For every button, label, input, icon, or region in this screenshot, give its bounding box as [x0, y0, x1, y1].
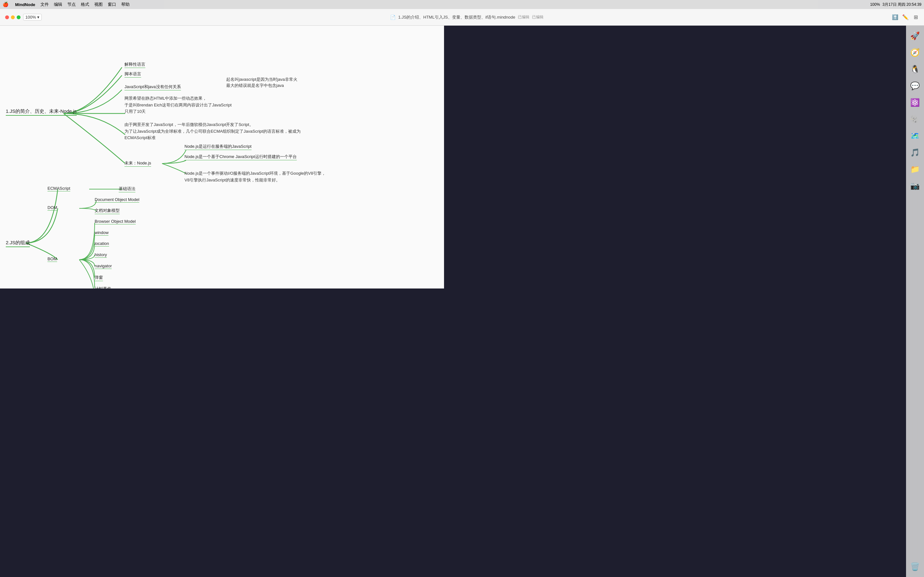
node-ecma: 由于网景开发了JavaScript，一年后微软模仿JavaScript开发了Sc… [124, 115, 300, 141]
maximize-button[interactable] [17, 15, 21, 19]
node-nodejs[interactable]: 未来：Node.js [124, 160, 151, 167]
note-js-java: 起名叫javascript是因为当时java非常火 最大的错误就是名字中包含ja… [226, 70, 297, 89]
root-node-2[interactable]: 2.JS的组成 [6, 240, 30, 247]
node-location[interactable]: location [95, 241, 109, 247]
node-dom-cn[interactable]: 文档对象模型 [95, 208, 120, 214]
menu-node[interactable]: 节点 [67, 2, 76, 7]
filename: 1.JS的介绍、HTML引入JS、变量、数据类型、if语句.mindnode [398, 15, 462, 20]
menu-window[interactable]: 窗口 [108, 2, 116, 7]
menu-help[interactable]: 帮助 [121, 2, 129, 7]
zoom-control[interactable]: 100% ▾ [23, 14, 42, 21]
traffic-lights: 100% ▾ [5, 14, 42, 21]
node-window[interactable]: window [95, 230, 108, 235]
node-jiaobenyuyan[interactable]: 脚本语言 [124, 71, 141, 77]
node-nodejs-2[interactable]: Node.js是一个基于Chrome JavaScript运行时搭建的一个平台 [184, 154, 297, 160]
node-popup[interactable]: 弹窗 [95, 275, 103, 281]
menubar: 🍎 MindNode 文件 编辑 节点 格式 视图 窗口 帮助 100% 3月1… [0, 0, 462, 9]
node-bom-full[interactable]: Browser Object Model [95, 219, 136, 224]
node-jichu-yufa[interactable]: 基础语法 [119, 186, 136, 192]
node-nodejs-3: Node.js是一个事件驱动I/O服务端的JavaScript环境，基于Goog… [184, 163, 326, 183]
node-netscape: 网景希望在静态HTML中添加一些动态效果， 于是叫Brendan Eich这哥们… [124, 89, 232, 115]
node-navigator[interactable]: navigator [95, 263, 111, 269]
close-button[interactable] [5, 15, 9, 19]
titlebar: 100% ▾ 📄 1.JS的介绍、HTML引入JS、变量、数据类型、if语句.m… [0, 9, 462, 26]
apple-menu[interactable]: 🍎 [3, 2, 9, 7]
node-dom[interactable]: DOM [47, 205, 57, 211]
zoom-chevron: ▾ [37, 15, 39, 19]
menu-edit[interactable]: 编辑 [54, 2, 62, 7]
node-ecmascript[interactable]: ECMAScript [47, 186, 70, 191]
menu-view[interactable]: 视图 [94, 2, 103, 7]
node-jieshu[interactable]: 解释性语言 [124, 61, 145, 68]
node-bom[interactable]: BOM [47, 256, 57, 262]
node-timer[interactable]: 计时事件 [95, 286, 111, 288]
menu-file[interactable]: 文件 [40, 2, 49, 7]
zoom-value: 100% [25, 15, 36, 19]
minimize-button[interactable] [11, 15, 15, 19]
menu-format[interactable]: 格式 [81, 2, 89, 7]
root-node-1[interactable]: 1.JS的简介、历史、未来-Node.js [6, 108, 77, 116]
canvas[interactable]: 1.JS的简介、历史、未来-Node.js 解释性语言 脚本语言 JavaScr… [0, 26, 444, 288]
node-nodejs-1[interactable]: Node.js是运行在服务端的JavaScript [184, 143, 252, 150]
node-history[interactable]: history [95, 252, 107, 258]
titlebar-center: 📄 1.JS的介绍、HTML引入JS、变量、数据类型、if语句.mindnode… [42, 15, 462, 20]
file-icon: 📄 [390, 15, 396, 20]
node-dom-full[interactable]: Document Object Model [95, 197, 139, 203]
app-name[interactable]: MindNode [15, 2, 35, 7]
